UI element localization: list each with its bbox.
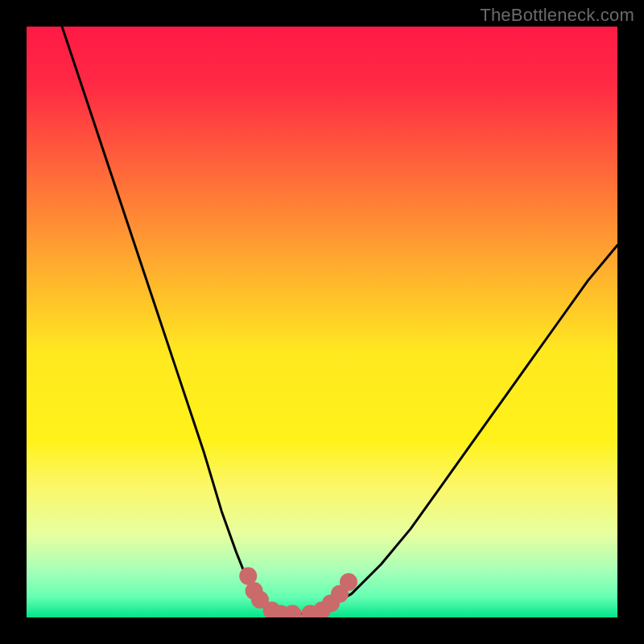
marker-dot (340, 573, 357, 591)
gradient-background (27, 27, 617, 617)
watermark-text: TheBottleneck.com (480, 5, 634, 26)
chart-frame: TheBottleneck.com (0, 0, 644, 644)
plot-area (27, 27, 617, 617)
plot-svg (27, 27, 617, 617)
